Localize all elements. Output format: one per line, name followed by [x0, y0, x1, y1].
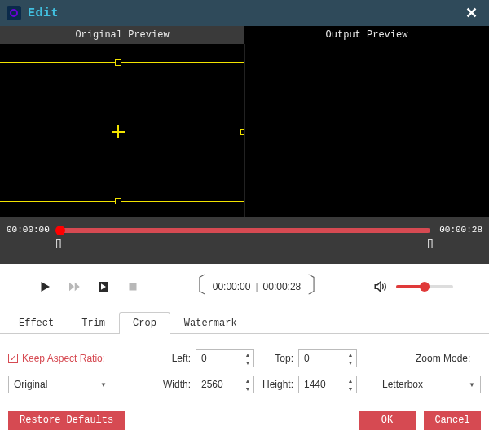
spin-up-icon[interactable]: ▲	[345, 376, 356, 384]
aspect-select[interactable]: Original ▼	[8, 376, 112, 393]
original-preview-header: Original Preview	[0, 26, 244, 44]
crop-handle-top[interactable]	[115, 59, 121, 66]
crop-handle-bottom[interactable]	[115, 198, 121, 204]
chevron-down-icon: ▼	[469, 381, 475, 389]
stop-button[interactable]	[124, 278, 142, 296]
preview-area: Original Preview Output Preview	[0, 26, 489, 217]
cancel-button[interactable]: Cancel	[424, 411, 481, 430]
bracket-left-icon[interactable]: 〔	[185, 275, 208, 298]
top-label: Top:	[269, 353, 298, 364]
original-preview[interactable]	[0, 44, 244, 217]
left-label: Left:	[155, 353, 196, 364]
output-preview	[244, 44, 490, 217]
bracket-right-icon[interactable]: 〕	[306, 275, 328, 298]
tab-trim[interactable]: Trim	[68, 312, 119, 334]
spin-down-icon[interactable]: ▼	[345, 358, 356, 367]
checkbox-checked-icon: ✓	[8, 354, 18, 363]
volume-slider[interactable]	[396, 285, 453, 288]
width-input[interactable]: 2560 ▲▼	[196, 376, 254, 393]
spin-down-icon[interactable]: ▼	[242, 384, 253, 393]
range-start-marker[interactable]: ▯	[55, 236, 62, 249]
app-logo	[7, 6, 21, 20]
playback-bar: 〔 00:00:00 | 00:00:28 〕	[0, 264, 489, 310]
left-input[interactable]: 0 ▲▼	[196, 349, 254, 367]
crop-center-icon[interactable]	[112, 125, 125, 138]
footer: Restore Defaults OK Cancel	[0, 404, 489, 438]
scrub-thumb[interactable]	[55, 226, 65, 235]
tab-crop[interactable]: Crop	[119, 312, 170, 334]
restore-defaults-button[interactable]: Restore Defaults	[8, 411, 125, 430]
close-icon[interactable]: ✕	[460, 4, 482, 22]
next-frame-button[interactable]	[95, 278, 112, 296]
tab-watermark[interactable]: Watermark	[170, 312, 251, 334]
timeline-end-label: 00:00:28	[437, 225, 482, 235]
window-title: Edit	[28, 7, 59, 20]
chevron-down-icon: ▼	[100, 381, 107, 389]
zoom-mode-select[interactable]: Letterbox ▼	[377, 376, 481, 393]
ok-button[interactable]: OK	[359, 411, 416, 430]
timeline: 00:00:00 ▯ ▯ 00:00:28	[0, 217, 489, 264]
tab-bar: Effect Trim Crop Watermark	[0, 310, 489, 334]
fast-forward-button[interactable]	[65, 278, 83, 296]
title-bar: Edit ✕	[0, 0, 489, 26]
spin-down-icon[interactable]: ▼	[242, 358, 253, 367]
output-preview-header: Output Preview	[244, 26, 489, 44]
scrub-slider[interactable]: ▯ ▯	[59, 225, 430, 257]
volume-icon[interactable]	[372, 278, 390, 296]
volume-thumb[interactable]	[420, 282, 430, 292]
keep-aspect-label: Keep Aspect Ratio:	[22, 353, 105, 364]
timeline-start-label: 00:00:00	[7, 225, 52, 235]
spin-up-icon[interactable]: ▲	[345, 350, 356, 358]
zoom-mode-label: Zoom Mode:	[416, 353, 481, 364]
spin-down-icon[interactable]: ▼	[345, 384, 356, 393]
height-input[interactable]: 1440 ▲▼	[298, 376, 357, 393]
width-label: Width:	[155, 379, 196, 390]
current-time: 00:00:00	[213, 281, 251, 292]
total-time: 00:00:28	[263, 281, 302, 292]
height-label: Height:	[258, 379, 298, 390]
svg-rect-0	[130, 283, 137, 291]
play-button[interactable]	[36, 278, 54, 296]
time-display: 〔 00:00:00 | 00:00:28 〕	[185, 275, 329, 298]
keep-aspect-checkbox[interactable]: ✓ Keep Aspect Ratio:	[8, 353, 130, 364]
range-end-marker[interactable]: ▯	[427, 236, 434, 249]
spin-up-icon[interactable]: ▲	[242, 350, 253, 358]
crop-panel: ✓ Keep Aspect Ratio: Left: 0 ▲▼ Top: 0 ▲…	[0, 334, 489, 404]
crop-rectangle[interactable]	[0, 62, 244, 202]
tab-effect[interactable]: Effect	[5, 312, 68, 334]
top-input[interactable]: 0 ▲▼	[298, 349, 357, 367]
spin-up-icon[interactable]: ▲	[242, 376, 253, 384]
